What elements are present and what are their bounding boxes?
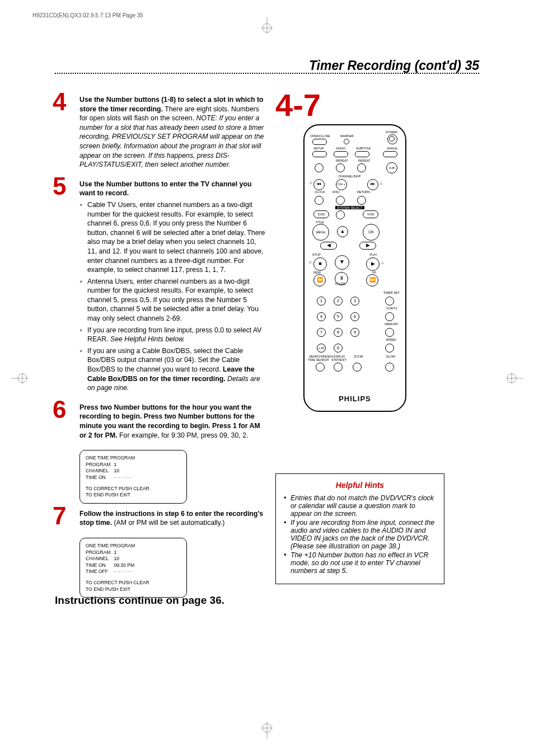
num-6-button: 6	[350, 312, 359, 321]
step-5-bullet-4: If you are using a Cable Box/DBS, select…	[79, 346, 266, 393]
stop-label: STOP	[312, 253, 321, 256]
zoom-button	[353, 363, 362, 372]
timer-set-button	[385, 297, 394, 306]
step-7: 7 Follow the instructions in step 6 to e…	[55, 509, 266, 528]
dotted-rule	[55, 73, 479, 74]
dvd-button: DVD	[313, 210, 329, 218]
continue-text: Instructions continue on page 36.	[55, 594, 224, 607]
page-title: Timer Recording (cont'd) 35	[309, 58, 479, 73]
pause-button: ⏸	[335, 272, 348, 285]
ch-plus-button: CH +	[336, 179, 347, 190]
power-button	[387, 134, 397, 144]
marker-button	[344, 139, 349, 144]
slow-button	[385, 363, 394, 372]
remote-brand: PHILIPS	[305, 395, 405, 403]
remote-illustration: OPEN/CLOSE MARKER POWER SETUP AUDIO SUBT…	[303, 124, 406, 412]
skip-back-button: ⏮	[313, 179, 325, 190]
power-label: POWER	[386, 130, 397, 134]
stop-button: ■	[313, 257, 327, 271]
timer-set-label: TIMER SET	[383, 291, 400, 294]
zoom-label: ZOOM	[354, 355, 363, 358]
reg-mark-right	[506, 373, 523, 384]
step-4-number: 4	[53, 90, 66, 114]
num-7-button: 7	[317, 328, 326, 337]
step-6-body: Press two Number buttons for the hour yo…	[79, 403, 260, 439]
down-arrow-button: ▼	[335, 255, 349, 270]
vcr-tv-button	[385, 312, 394, 321]
osd-box-2: ONE TIME PROGRAM PROGRAM1 CHANNEL10 TIME…	[79, 538, 187, 598]
step-4: 4 Use the Number buttons (1-8) to select…	[55, 95, 266, 170]
clock-label: CLOCK	[315, 190, 325, 194]
reg-mark-top	[261, 17, 273, 34]
file-header: H9231CD(EN).QX3 02.9.5 7:13 PM Page 35	[32, 12, 143, 18]
setup-label: SETUP	[313, 147, 324, 150]
step-5-bullets: Cable TV Users, enter channel numbers as…	[79, 200, 266, 393]
play-label: PLAY	[369, 253, 377, 256]
num-3-button: 3	[350, 297, 359, 306]
reg-mark-left	[11, 373, 28, 384]
memory-button	[385, 328, 394, 337]
open-close-button	[312, 139, 327, 145]
clock-button	[315, 196, 324, 205]
left-arrow-button: ◀	[320, 242, 337, 250]
step-4-body: Use the Number buttons (1-8) to select a…	[79, 96, 264, 168]
system-button	[336, 210, 345, 219]
menu-button: MENU	[312, 224, 329, 241]
osd-box-1: ONE TIME PROGRAM PROGRAM1 CHANNEL10 TIME…	[79, 450, 187, 504]
num-4-button: 4	[317, 312, 326, 321]
play-button: ▶	[366, 257, 380, 271]
return-label: RETURN	[357, 190, 370, 194]
osd1-title: ONE TIME PROGRAM	[86, 455, 181, 462]
num-8-button: 8	[334, 328, 343, 337]
stat-exit-label: STAT/EXIT	[331, 358, 346, 361]
step-5: 5 Use the Number buttons to enter the TV…	[55, 180, 266, 393]
rew-button: ⏪	[313, 274, 326, 287]
hint-3: The +10 Number button has no effect in V…	[284, 551, 436, 575]
angle-button	[383, 151, 397, 157]
step-5-number: 5	[53, 174, 66, 199]
step-7-number: 7	[53, 504, 66, 528]
ff-button: ⏩	[366, 274, 378, 287]
btn-r3-2	[336, 163, 345, 172]
subtitle-label: SUBTITLE	[356, 147, 371, 150]
hints-title: Helpful Hints	[284, 481, 436, 490]
num-0-button: 0	[334, 344, 343, 353]
osd2-footer1: TO CORRECT PUSH CLEAR	[86, 580, 181, 586]
step-5-bullet-1: Cable TV Users, enter channel numbers as…	[79, 200, 266, 275]
step-5-bullet-2: Antenna Users, enter channel numbers as …	[79, 277, 266, 323]
ab-button: A-B	[386, 162, 397, 173]
speed-button	[385, 344, 394, 353]
setup-button	[312, 151, 327, 157]
display-button	[334, 363, 343, 372]
skip-fwd-button: ⏭	[367, 179, 378, 190]
hint-1: Entries that do not match the DVD/VCR's …	[284, 494, 436, 518]
right-column: 4-7 OPEN/CLOSE MARKER POWER SETUP AUDIO …	[275, 90, 432, 412]
step-6: 6 Press two Number buttons for the hour …	[55, 403, 266, 440]
osd1-footer1: TO CORRECT PUSH CLEAR	[86, 486, 181, 492]
time-search-label: TIME SEARCH	[308, 358, 329, 361]
helpful-hints-box: Helpful Hints Entries that do not match …	[275, 473, 444, 584]
vcr-tv-label: VCR/TV	[386, 307, 397, 310]
step-5-bullet-3: If you are recording from line input, pr…	[79, 326, 266, 344]
right-arrow-button: ▶	[359, 242, 376, 250]
repeat-label: REPEAT	[336, 159, 348, 162]
step-5-lead: Use the Number buttons to enter the TV c…	[79, 180, 251, 198]
angle-label: ANGLE	[387, 147, 397, 150]
reg-mark-bottom	[261, 722, 273, 739]
slow-label: SLOW	[386, 355, 395, 358]
audio-label: AUDIO	[336, 147, 345, 150]
osd2-title: ONE TIME PROGRAM	[86, 543, 181, 550]
step-7-body: Follow the instructions in step 6 to ent…	[79, 510, 263, 527]
big-step-range: 4-7	[275, 90, 432, 121]
num-5-button: 5	[334, 312, 343, 321]
btn-r3-3	[357, 163, 366, 172]
marker-label: MARKER	[340, 134, 354, 138]
num-9-button: 9	[350, 328, 359, 337]
hint-2: If you are recording from line input, co…	[284, 519, 436, 550]
btn-r3-1	[315, 163, 324, 172]
left-column: 4 Use the Number buttons (1-8) to select…	[55, 95, 266, 603]
disc-button	[336, 196, 345, 205]
memory-label: MEMORY	[385, 322, 399, 326]
num-1-button: 1	[317, 297, 326, 306]
audio-button	[334, 151, 348, 157]
